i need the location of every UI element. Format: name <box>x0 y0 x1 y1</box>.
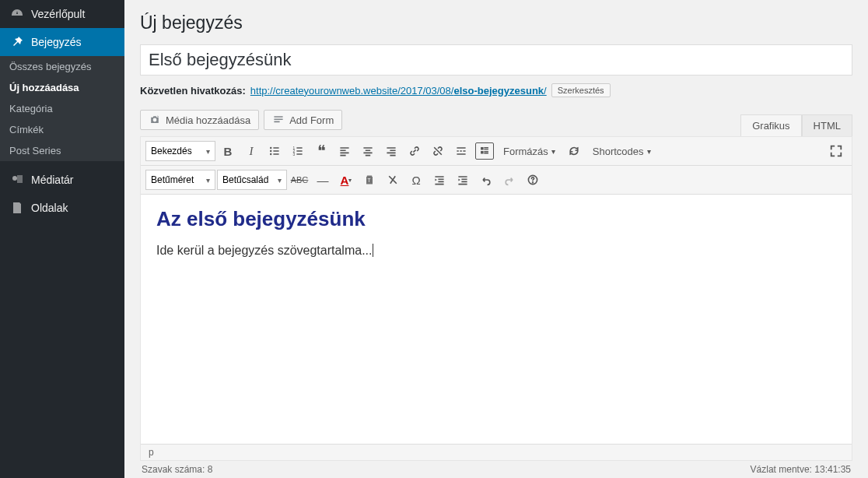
link-button[interactable] <box>404 140 425 162</box>
tab-visual[interactable]: Grafikus <box>740 114 801 137</box>
align-right-button[interactable] <box>380 140 402 162</box>
pages-icon <box>9 200 25 216</box>
indent-button[interactable] <box>452 169 474 191</box>
svg-text:3: 3 <box>293 153 296 156</box>
sidebar-label: Médiatár <box>31 174 73 186</box>
formats-dropdown[interactable]: Formázás ▾ <box>497 146 562 157</box>
outdent-button[interactable] <box>429 169 450 191</box>
svg-point-9 <box>533 182 534 183</box>
word-count: Szavak száma: 8 <box>142 464 212 475</box>
italic-button[interactable]: I <box>240 140 262 162</box>
permalink-row: Közvetlen hivatkozás: http://createyouro… <box>140 83 852 97</box>
content-paragraph: Ide kerül a bejegyzés szövegtartalma... <box>156 244 836 258</box>
add-form-button[interactable]: Add Form <box>264 110 342 130</box>
media-icon <box>9 172 25 188</box>
svg-point-0 <box>12 176 17 181</box>
text-color-button[interactable]: A ▾ <box>335 169 357 191</box>
svg-point-3 <box>270 153 271 155</box>
align-center-button[interactable] <box>357 140 379 162</box>
post-title-input[interactable] <box>140 44 852 76</box>
toolbar-toggle-button[interactable] <box>475 142 494 160</box>
dashboard-icon <box>9 6 25 22</box>
undo-button[interactable] <box>475 169 497 191</box>
sidebar-label: Vezérlőpult <box>31 8 85 20</box>
form-icon <box>272 114 285 126</box>
editor-toolbar-row2: Betűméret Betűcsalád ABC — A ▾ T Ω <box>141 166 852 195</box>
sidebar-item-media[interactable]: Médiatár <box>0 166 124 194</box>
sidebar-sub-tags[interactable]: Címkék <box>0 119 124 140</box>
fontsize-select[interactable]: Betűméret <box>145 170 215 190</box>
content-heading: Az első bejegyzésünk <box>156 207 836 231</box>
sidebar-sub-add-new[interactable]: Új hozzáadása <box>0 77 124 98</box>
unlink-button[interactable] <box>427 140 449 162</box>
svg-point-1 <box>270 147 271 149</box>
edit-permalink-button[interactable]: Szerkesztés <box>551 83 611 97</box>
sidebar-item-posts[interactable]: Bejegyzés <box>0 28 124 56</box>
paste-text-button[interactable]: T <box>359 169 380 191</box>
shortcodes-dropdown[interactable]: Shortcodes ▾ <box>586 146 657 157</box>
redo-button[interactable] <box>499 169 520 191</box>
fontfamily-select[interactable]: Betűcsalád <box>217 170 287 190</box>
sidebar-label: Bejegyzés <box>31 36 82 48</box>
sidebar-label: Oldalak <box>31 202 68 214</box>
horizontal-rule-button[interactable]: — <box>312 169 334 191</box>
special-char-button[interactable]: Ω <box>405 169 427 191</box>
camera-icon <box>149 114 161 126</box>
clear-formatting-button[interactable] <box>382 169 404 191</box>
add-media-button[interactable]: Média hozzáadása <box>140 110 259 130</box>
editor-content[interactable]: Az első bejegyzésünk Ide kerül a bejegyz… <box>141 195 852 444</box>
page-title: Új bejegyzés <box>140 12 852 33</box>
sidebar-sub-all-posts[interactable]: Összes bejegyzés <box>0 56 124 77</box>
blockquote-button[interactable]: ❝ <box>310 140 332 162</box>
permalink-link[interactable]: http://createyourownweb.website/2017/03/… <box>250 85 547 97</box>
sidebar-item-pages[interactable]: Oldalak <box>0 194 124 222</box>
svg-point-2 <box>270 150 271 152</box>
sidebar-item-dashboard[interactable]: Vezérlőpult <box>0 0 124 28</box>
align-left-button[interactable] <box>334 140 355 162</box>
sidebar-sub-categories[interactable]: Kategória <box>0 98 124 119</box>
tab-html[interactable]: HTML <box>802 114 852 137</box>
strikethrough-button[interactable]: ABC <box>289 169 310 191</box>
permalink-label: Közvetlen hivatkozás: <box>140 85 246 97</box>
draft-saved: Vázlat mentve: 13:41:35 <box>751 464 851 475</box>
editor-path: p <box>141 444 852 460</box>
bold-button[interactable]: B <box>217 140 239 162</box>
editor-toolbar-row1: Bekezdés B I 123 ❝ Formázás ▾ Shortcodes… <box>141 137 852 166</box>
sidebar-sub-post-series[interactable]: Post Series <box>0 140 124 161</box>
numbered-list-button[interactable]: 123 <box>287 140 309 162</box>
svg-text:T: T <box>368 177 371 183</box>
pin-icon <box>9 34 25 50</box>
help-button[interactable] <box>522 169 544 191</box>
refresh-button[interactable] <box>563 140 585 162</box>
paragraph-select[interactable]: Bekezdés <box>145 141 215 161</box>
fullscreen-button[interactable] <box>825 140 847 162</box>
read-more-button[interactable] <box>450 140 472 162</box>
bullet-list-button[interactable] <box>264 140 285 162</box>
